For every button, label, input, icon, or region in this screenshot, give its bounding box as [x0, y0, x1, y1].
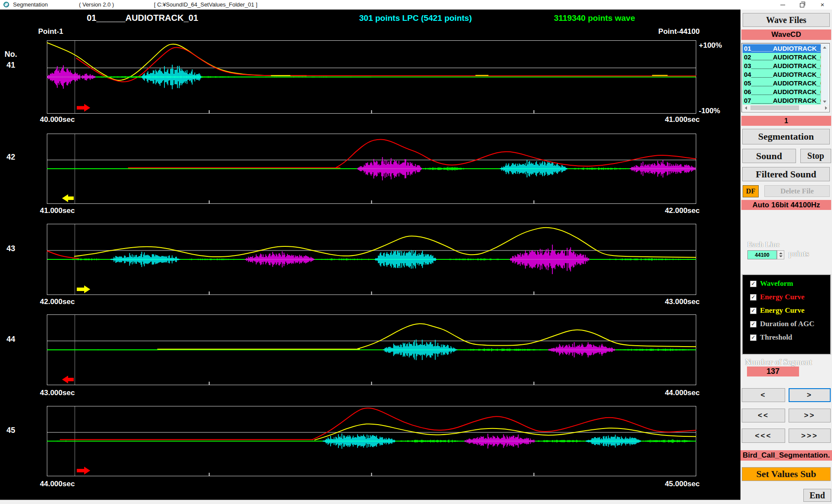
display-option-energy-curve[interactable]: ✓Energy Curve: [750, 306, 804, 315]
minus100-label: -100%: [699, 107, 720, 115]
scroll-up-icon[interactable]: [823, 46, 826, 49]
prev-page-button[interactable]: <<<: [742, 429, 785, 443]
checkbox-label: Energy Curve: [760, 306, 804, 315]
prev-button[interactable]: <: [742, 388, 785, 402]
wave-cd-label: WaveCD: [741, 29, 831, 40]
time-left-43: 42.000sec: [40, 298, 75, 306]
time-left-42: 41.000sec: [40, 206, 75, 215]
scrollbar-thumb[interactable]: [750, 105, 799, 110]
points-label: points: [789, 249, 809, 259]
filtered-sound-button[interactable]: Filtered Sound: [742, 167, 830, 181]
next-fast-button[interactable]: >>: [789, 409, 831, 422]
track-list-item[interactable]: 07______AUDIOTRACK_07: [743, 96, 822, 105]
checkbox-icon[interactable]: ✓: [750, 334, 757, 341]
time-right-44: 44.000sec: [635, 389, 700, 397]
close-button[interactable]: ×: [815, 0, 830, 10]
scroll-left-icon[interactable]: [745, 106, 747, 110]
no-label: No.: [3, 50, 18, 59]
time-right-41: 41.000sec: [635, 115, 700, 124]
window-bottom-edge: [0, 500, 740, 504]
checkbox-label: Threshold: [760, 333, 792, 342]
track-list-item[interactable]: 01______AUDIOTRACK_01: [743, 44, 822, 53]
bird-call-segmentation-label: Bird_Call_Segmentation.: [740, 450, 832, 461]
track-list-item[interactable]: 06______AUDIOTRACK_06: [743, 88, 822, 96]
checkbox-label: Energy Curve: [760, 293, 804, 301]
time-left-44: 43.000sec: [40, 389, 75, 397]
right-arrow-marker: [77, 467, 90, 475]
row-number-42: 42: [3, 153, 18, 162]
plus100-label: +100%: [699, 41, 722, 50]
set-values-sub-button[interactable]: Set Values Sub: [742, 467, 831, 481]
display-option-energy-curve[interactable]: ✓Energy Curve: [750, 293, 804, 301]
display-option-threshold[interactable]: ✓Threshold: [750, 333, 792, 342]
window-title: Segmentation: [13, 1, 48, 8]
df-button[interactable]: DF: [743, 185, 759, 197]
minimize-icon: [780, 5, 785, 5]
minimize-button[interactable]: [775, 0, 790, 10]
wave-files-button[interactable]: Wave Files: [743, 13, 830, 27]
horizontal-scrollbar[interactable]: [743, 105, 829, 111]
track-list-item[interactable]: 05______AUDIOTRACK_05: [743, 79, 822, 88]
track-list-item[interactable]: 02______AUDIOTRACK_02: [743, 53, 822, 62]
time-right-42: 42.000sec: [635, 206, 700, 215]
scroll-right-icon[interactable]: [825, 106, 827, 110]
stepper-down-icon[interactable]: [779, 255, 783, 257]
restore-button[interactable]: [794, 0, 809, 10]
display-option-duration-of-agc[interactable]: ✓Duration of AGC: [750, 320, 815, 328]
row-number-45: 45: [3, 426, 18, 435]
waveform-panel-44[interactable]: [47, 314, 696, 385]
number-of-segment-label: Number of Segment: [745, 358, 812, 367]
checkbox-icon[interactable]: ✓: [750, 321, 757, 327]
format-info-label: Auto 16bit 44100Hz: [741, 200, 831, 210]
row-number-41: 41: [3, 61, 18, 70]
checkbox-label: Duration of AGC: [760, 320, 815, 328]
points-input[interactable]: 44100: [747, 250, 777, 259]
waveform-panel-42[interactable]: [47, 134, 696, 204]
time-left-45: 44.000sec: [40, 480, 75, 488]
lpc-info-header: 301 points LPC (5421 points): [359, 13, 472, 23]
window-version: ( Version 2.0 ): [79, 1, 114, 8]
scroll-down-icon[interactable]: [823, 101, 826, 103]
checkbox-icon[interactable]: ✓: [750, 294, 757, 301]
end-button[interactable]: End: [803, 489, 831, 502]
display-option-waveform[interactable]: ✓Waveform: [750, 279, 793, 288]
sound-button[interactable]: Sound: [742, 149, 796, 163]
time-right-43: 43.000sec: [635, 298, 700, 306]
time-right-45: 45.000sec: [635, 480, 700, 488]
checkbox-label: Waveform: [760, 279, 793, 288]
window-path: [ C:¥SoundID_64_SetValues_Folder_01 ]: [154, 1, 257, 8]
track-list-item[interactable]: 04______AUDIOTRACK_04: [743, 70, 822, 79]
track-listbox[interactable]: 01______AUDIOTRACK_0102______AUDIOTRACK_…: [741, 43, 830, 112]
stop-button[interactable]: Stop: [800, 149, 831, 163]
app-icon: [3, 2, 9, 7]
track-name-header: 01______AUDIOTRACK_01: [87, 13, 198, 23]
each-line-label: Each Line: [747, 240, 780, 249]
right-arrow-marker: [77, 104, 90, 111]
next-page-button[interactable]: >>>: [789, 429, 831, 443]
title-bar: Segmentation ( Version 2.0 ) [ C:¥SoundI…: [0, 0, 832, 10]
prev-fast-button[interactable]: <<: [742, 409, 785, 422]
point-left-label: Point-1: [38, 27, 63, 36]
control-sidebar: Wave Files WaveCD 01______AUDIOTRACK_010…: [740, 10, 832, 504]
next-button[interactable]: >: [789, 388, 831, 402]
app-window: Segmentation ( Version 2.0 ) [ C:¥SoundI…: [0, 0, 832, 504]
stepper-up-icon[interactable]: [779, 252, 783, 254]
waveform-panel-41[interactable]: [47, 40, 696, 114]
waveform-area: 01______AUDIOTRACK_01 301 points LPC (54…: [0, 10, 740, 500]
segmentation-button[interactable]: Segmentation: [742, 129, 830, 144]
checkbox-icon[interactable]: ✓: [750, 281, 757, 287]
number-of-segment-value: 137: [747, 367, 799, 376]
row-number-44: 44: [3, 335, 18, 344]
track-list[interactable]: 01______AUDIOTRACK_0102______AUDIOTRACK_…: [743, 44, 822, 105]
waveform-panel-43[interactable]: [47, 224, 696, 295]
time-left-41: 40.000sec: [40, 115, 75, 124]
vertical-scrollbar[interactable]: [821, 44, 829, 105]
checkbox-icon[interactable]: ✓: [750, 308, 757, 314]
waveform-panel-45[interactable]: [47, 406, 696, 476]
wave-info-header: 3119340 points wave: [554, 13, 635, 23]
points-stepper[interactable]: [777, 250, 784, 259]
track-list-item[interactable]: 03______AUDIOTRACK_03: [743, 62, 822, 70]
left-arrow-marker: [62, 376, 74, 383]
delete-file-button[interactable]: Delete File: [764, 185, 830, 197]
point-right-label: Point-44100: [633, 27, 700, 36]
